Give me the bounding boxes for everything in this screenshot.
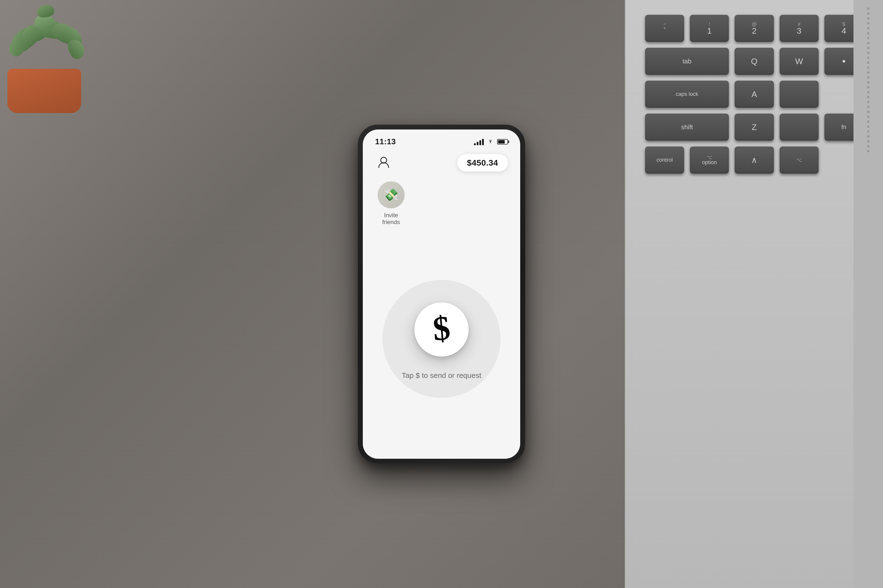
key-control[interactable]: control [645,147,684,174]
app-header: $450.34 [363,149,520,176]
speaker-dot [867,145,869,147]
speaker-dot [867,32,869,34]
key-up[interactable]: ∧ [735,147,773,174]
key-tab[interactable]: tab [645,48,729,75]
profile-icon [377,156,390,170]
tap-instruction: Tap $ to send or request [402,371,481,380]
invite-avatar: 💸 [378,182,405,208]
key-empty[interactable] [780,81,818,108]
speaker-dot [867,120,869,123]
speaker-dot [867,71,869,74]
status-icons [474,138,508,146]
speaker-dot [867,81,869,84]
invite-label: Invite friends [375,212,407,226]
key-a[interactable]: A [735,81,773,108]
dollar-button[interactable]: $ [414,303,469,357]
key-q[interactable]: Q [735,48,773,75]
phone-screen: 11:13 [363,129,520,459]
speaker-dot [867,57,869,59]
speaker-dot [867,116,869,118]
key-z[interactable]: Z [735,114,773,141]
speaker-dot [867,91,869,93]
speaker-grille [853,0,883,588]
status-bar: 11:13 [363,129,520,149]
speaker-dot [867,52,869,54]
phone-device: 11:13 [358,124,525,464]
speaker-dot [867,46,869,49]
speaker-dot [867,106,869,108]
key-3[interactable]: # 3 [780,15,818,42]
speaker-dot [867,76,869,79]
signal-icon [474,138,484,145]
key-altright[interactable]: ⌥ [780,147,818,174]
speaker-dot [867,37,869,39]
main-action-area: $ Tap $ to send or request [363,231,520,459]
profile-button[interactable] [375,154,392,171]
speaker-dot [867,8,869,10]
speaker-dot [867,12,869,15]
speaker-dot [867,42,869,44]
speaker-dot [867,62,869,64]
speaker-dot [867,140,869,142]
friends-section: 💸 Invite friends [363,176,520,231]
speaker-dot [867,150,869,152]
speaker-dot [867,66,869,69]
balance-amount: $450.34 [467,158,498,167]
speaker-dot [867,135,869,138]
key-tilde[interactable]: ~ ` [645,15,684,42]
speaker-dot [867,101,869,103]
speaker-dot [867,96,869,98]
succulent-plant [0,0,108,113]
speaker-dot [867,111,869,113]
key-capslock[interactable]: caps lock [645,81,729,108]
balance-display[interactable]: $450.34 [457,154,508,171]
key-w[interactable]: W [780,48,818,75]
battery-icon [497,139,508,144]
key-1[interactable]: ! 1 [690,15,729,42]
invite-friends-item[interactable]: 💸 Invite friends [375,182,407,226]
dollar-sign: $ [432,310,451,346]
status-time: 11:13 [375,137,396,146]
speaker-dot [867,22,869,25]
key-option[interactable]: ⌥ option [690,147,729,174]
speaker-dot [867,86,869,88]
svg-point-0 [490,142,491,143]
key-shift[interactable]: shift [645,114,729,141]
key-empty2[interactable] [780,114,818,141]
speaker-dot [867,125,869,128]
wifi-icon [487,138,494,146]
speaker-dot [867,17,869,20]
speaker-dot [867,27,869,30]
key-2[interactable]: @ 2 [735,15,773,42]
svg-point-1 [381,157,387,163]
keyboard: ~ ` ! 1 @ 2 # 3 $ 4 tab Q W • [626,0,883,588]
speaker-dot [867,130,869,133]
laptop: ~ ` ! 1 @ 2 # 3 $ 4 tab Q W • [625,0,883,588]
